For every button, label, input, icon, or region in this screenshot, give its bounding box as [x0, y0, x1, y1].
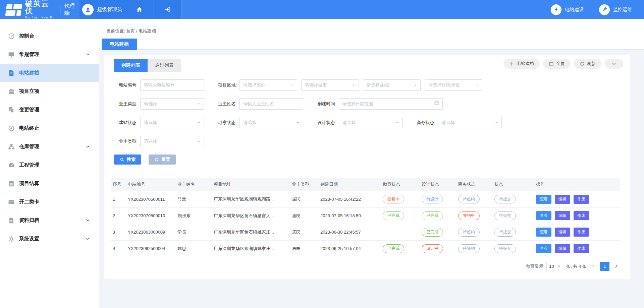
- business-status-select[interactable]: 请选择: [438, 117, 502, 128]
- caret-down-icon: [297, 121, 300, 124]
- nav-station-build[interactable]: 电站建设: [551, 4, 584, 15]
- column-header-status: 状态: [492, 178, 534, 191]
- status-badge: 已完成: [422, 211, 443, 220]
- cell-survey: 已完成: [381, 207, 420, 224]
- status-badge: 待提交: [494, 195, 516, 203]
- view-button[interactable]: 查看: [536, 228, 551, 237]
- per-page-select[interactable]: 10: [546, 262, 563, 271]
- archive-icon: [8, 217, 15, 224]
- status-badge: 待提交: [494, 244, 516, 253]
- user-menu[interactable]: 超级管理员: [79, 0, 125, 19]
- sidebar-item-label: 开二类卡: [19, 199, 39, 205]
- sidebar-item-console[interactable]: 控制台: [0, 27, 99, 45]
- status-badge: 待提交: [494, 211, 516, 220]
- nav-station-build-label: 电站建设: [565, 7, 584, 13]
- build-status-select[interactable]: 请选择: [140, 117, 204, 128]
- station-code-input[interactable]: 请输入电站编号: [140, 79, 204, 91]
- nav-monitor-ops[interactable]: 监控运维: [599, 4, 632, 15]
- sidebar-item-general-manage[interactable]: 常规管理: [0, 45, 99, 64]
- design-status-select[interactable]: 请选择: [339, 117, 402, 128]
- owner-type-select[interactable]: 请选择: [140, 98, 204, 110]
- page-number[interactable]: 1: [600, 262, 609, 271]
- owner-name-input[interactable]: 请输入业主姓名: [239, 98, 303, 110]
- sidebar-item-station-termination[interactable]: 电站终止: [0, 119, 99, 137]
- document-icon: [8, 70, 15, 76]
- logout-button[interactable]: [154, 0, 181, 19]
- cell-created: 2023-07-05 16:42:22: [318, 191, 381, 207]
- sidebar-item-station-archive[interactable]: 电站建档: [0, 64, 99, 82]
- edit-button[interactable]: 编辑: [555, 244, 570, 253]
- tab-passed-list[interactable]: 通过列表: [148, 59, 181, 72]
- cell-design: 已完成: [420, 207, 456, 224]
- caret-down-icon: [352, 84, 355, 87]
- filter-group-design-status: 设计状态:请选择: [313, 117, 402, 128]
- table-header-row: 序号电站编号业主姓名项目地址业主类型创建日期勘察状态设计状态商务状态状态操作: [111, 178, 620, 191]
- home-button[interactable]: [125, 0, 154, 19]
- calendar-icon: [434, 100, 439, 105]
- sidebar-item-data-archive[interactable]: 资料归档: [0, 211, 99, 230]
- refresh-button[interactable]: 刷新: [574, 59, 601, 69]
- filter-label: 项目区域:: [213, 82, 237, 88]
- create-time-daterange[interactable]: 请选择日期范围: [339, 98, 443, 110]
- sidebar-item-change-manage[interactable]: 变更管理: [0, 101, 99, 119]
- view-button[interactable]: 查看: [536, 211, 551, 220]
- gauge-icon: [8, 33, 15, 40]
- survey-status-select[interactable]: 请选择: [239, 117, 303, 128]
- column-header-owner: 业主姓名: [175, 178, 212, 191]
- target-icon: [8, 125, 15, 132]
- chevron-down-icon: [611, 61, 616, 66]
- void-button[interactable]: 作废: [574, 195, 589, 204]
- project-region-select-3[interactable]: 请选择村镇/街道: [425, 79, 482, 91]
- tab-create-list[interactable]: 创建列表: [114, 59, 148, 72]
- void-button[interactable]: 作废: [574, 211, 589, 220]
- void-button[interactable]: 作废: [574, 244, 589, 253]
- sidebar-item-project-initiation[interactable]: 项目立项: [0, 82, 99, 101]
- filter-group-create-time: 创建时间:请选择日期范围: [313, 98, 443, 110]
- sidebar-item-system-settings[interactable]: 系统设置: [0, 230, 99, 248]
- edit-button[interactable]: 编辑: [555, 228, 570, 237]
- column-header-address: 项目地址: [212, 178, 290, 191]
- caret-down-icon: [197, 121, 200, 124]
- reset-button[interactable]: 重置: [149, 155, 176, 165]
- cell-actions: 查看编辑作废: [534, 191, 620, 207]
- caret-down-icon: [414, 84, 417, 87]
- page-tab-station-archive[interactable]: 电站建档: [102, 39, 137, 50]
- add-station-button[interactable]: 电站建档: [503, 59, 540, 69]
- project-region-select-0[interactable]: 请选择省份: [239, 79, 297, 91]
- edit-button[interactable]: 编辑: [555, 195, 570, 204]
- chevron-down-icon: [86, 237, 90, 241]
- sidebar-item-label: 工程管理: [19, 162, 39, 168]
- sidebar-item-project-settlement[interactable]: 项目结算: [0, 174, 99, 193]
- project-region-select-2[interactable]: 请选择县/区: [363, 79, 421, 91]
- breadcrumb: 当前位置: 首页 / 电站建档: [99, 19, 644, 34]
- void-button[interactable]: 作废: [574, 228, 589, 237]
- edit-button[interactable]: 编辑: [555, 211, 570, 220]
- caret-down-icon: [495, 121, 498, 124]
- user-icon: [85, 6, 91, 13]
- sidebar-item-label: 系统设置: [19, 236, 39, 242]
- view-button[interactable]: 查看: [536, 195, 551, 204]
- sidebar: 控制台 常规管理 电站建档 项目立项 变更管理 电站终止: [0, 19, 99, 308]
- project-region-select-1[interactable]: 请选择城市: [301, 79, 359, 91]
- next-page-button[interactable]: [612, 262, 620, 271]
- cell-owner: 学员: [175, 224, 212, 240]
- owner-type-2-select[interactable]: 请选择: [140, 136, 204, 147]
- filter-group-survey-status: 勘察状态:请选择: [213, 117, 303, 128]
- sidebar-item-warehouse-manage[interactable]: 仓库管理: [0, 137, 99, 156]
- cell-code: YX2023070500010: [126, 207, 175, 224]
- brand-divider: [60, 6, 60, 14]
- add-station-label: 电站建档: [517, 61, 534, 67]
- sidebar-item-engineering-manage[interactable]: 工程管理: [0, 156, 99, 174]
- filter-group-business-status: 商务状态:请选择: [412, 117, 502, 128]
- view-button[interactable]: 查看: [536, 244, 551, 253]
- prev-page-button[interactable]: [590, 262, 597, 271]
- fullscreen-button[interactable]: 全屏: [543, 59, 571, 69]
- filter-label: 业主类型:: [114, 138, 138, 144]
- total-label: 条, 共 4 条: [566, 263, 587, 269]
- plus-icon: [509, 61, 514, 66]
- search-button[interactable]: 搜索: [114, 155, 141, 165]
- collapse-button[interactable]: [605, 59, 623, 69]
- filter-row-4: 业主类型:请选择: [114, 136, 623, 147]
- filter-actions: 搜索 重置: [104, 155, 630, 165]
- sidebar-item-second-class-card[interactable]: 开二类卡: [0, 193, 99, 211]
